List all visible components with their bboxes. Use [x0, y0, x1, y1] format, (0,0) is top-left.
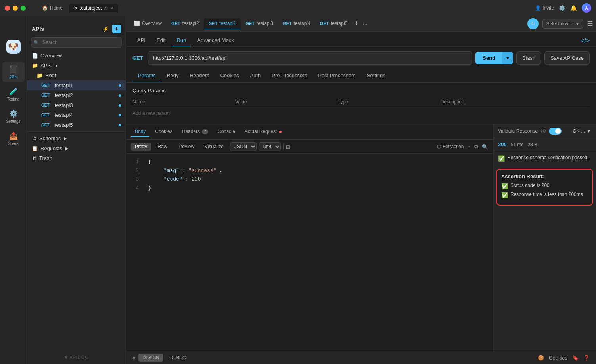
code-line-3: 3 "code" : 200	[132, 175, 487, 184]
search-response-icon[interactable]: 🔍	[482, 144, 488, 150]
req-tab-run[interactable]: Run	[172, 35, 191, 46]
table-icon[interactable]: ⊞	[286, 144, 290, 150]
resp-tab-cookies[interactable]: Cookies	[151, 127, 176, 137]
tab-testapi2[interactable]: GET testapi2	[167, 18, 204, 29]
testapi4-tab-label: testapi4	[294, 21, 310, 26]
help-icon[interactable]: ❓	[583, 355, 590, 361]
view-preview-button[interactable]: Preview	[173, 143, 198, 151]
cookies-icon[interactable]: 🍪	[538, 355, 544, 361]
minimize-window-button[interactable]	[13, 6, 18, 11]
chevron-left-icon[interactable]: «	[132, 355, 135, 361]
share-label: Share	[8, 141, 19, 146]
bookmark-icon[interactable]: 🔖	[572, 355, 579, 361]
filter-button[interactable]: ⚡	[102, 26, 109, 32]
ok-button[interactable]: OK ... ▼	[573, 128, 591, 134]
view-visualize-button[interactable]: Visualize	[201, 143, 228, 151]
assertion-title: Assertion Result:	[501, 173, 588, 179]
sidebar-item-apis[interactable]: ⬛ APIs	[2, 62, 25, 82]
param-tab-post-processors[interactable]: Post Processors	[312, 69, 361, 82]
design-button[interactable]: DESIGN	[138, 354, 163, 362]
overview-tab-label: Overview	[142, 21, 162, 26]
copy-icon[interactable]: ⧉	[474, 143, 478, 150]
testing-label: Testing	[7, 97, 20, 101]
param-tab-headers[interactable]: Headers	[184, 69, 215, 82]
format-select[interactable]: JSON	[230, 142, 257, 151]
tree-folder-trash[interactable]: 🗑 Trash	[27, 153, 126, 163]
extraction-button[interactable]: ⬡ Extraction	[437, 144, 464, 149]
param-tab-pre-processors[interactable]: Pre Processors	[266, 69, 312, 82]
tab-testapi1[interactable]: GET testapi1	[204, 18, 241, 29]
tree-folder-requests[interactable]: 📋 Requests ▶	[27, 143, 126, 153]
param-tab-cookies[interactable]: Cookies	[215, 69, 245, 82]
tree-folder-overview[interactable]: 📄 Overview	[27, 51, 126, 61]
tab-bar: ⬜ Overview GET testapi2 GET testapi1 GET…	[126, 16, 596, 32]
tab-testapi5[interactable]: GET testapi5	[315, 18, 353, 29]
tab-overview[interactable]: ⬜ Overview	[129, 18, 167, 29]
req-tab-advanced-mock[interactable]: Advanced Mock	[192, 35, 239, 46]
testapi4-dot	[119, 114, 121, 116]
tree-folder-root[interactable]: 📁 Root	[27, 71, 126, 80]
home-tab[interactable]: 🏠 Home	[36, 4, 68, 12]
env-selector[interactable]: Select envi... ▼	[542, 19, 583, 29]
view-raw-button[interactable]: Raw	[153, 143, 171, 151]
resp-tab-actual-request[interactable]: Actual Request	[241, 127, 286, 137]
export-icon[interactable]: ↑	[468, 144, 471, 150]
url-input[interactable]	[148, 51, 473, 65]
resp-tab-headers[interactable]: Headers 7	[178, 127, 212, 137]
close-window-button[interactable]	[5, 6, 10, 11]
resp-tab-actual-label: Actual Request	[245, 129, 277, 134]
tree-folder-apis[interactable]: 📁 APIs ▼	[27, 61, 126, 71]
project-tab-close[interactable]: ✕	[110, 6, 113, 10]
sidebar-item-share[interactable]: 📤 Share	[2, 128, 25, 149]
param-tab-settings-label: Settings	[367, 72, 385, 78]
param-tab-params[interactable]: Params	[132, 69, 161, 82]
req-tab-api-label: API	[137, 37, 146, 43]
req-tab-edit[interactable]: Edit	[152, 35, 170, 46]
sidebar-item-testing[interactable]: 🧪 Testing	[2, 84, 25, 105]
validate-toggle[interactable]	[549, 128, 562, 135]
req-tab-api[interactable]: API	[132, 35, 150, 46]
testapi3-method: GET	[41, 103, 52, 107]
sync-button[interactable]: ↻	[527, 18, 539, 29]
param-tab-auth[interactable]: Auth	[245, 69, 266, 82]
more-tabs-icon[interactable]: ···	[361, 21, 369, 27]
tree-item-testapi1[interactable]: GET testapi1	[27, 80, 126, 90]
user-avatar[interactable]: A	[582, 3, 591, 13]
app-icon[interactable]: 🐶	[6, 40, 21, 54]
add-api-button[interactable]: +	[112, 25, 121, 33]
encoding-select[interactable]: utf8	[259, 142, 281, 151]
notifications-icon[interactable]: 🔔	[570, 5, 577, 11]
cookies-label: Cookies	[549, 355, 567, 361]
tree-item-testapi5[interactable]: GET testapi5	[27, 120, 126, 130]
tree-folder-schemas[interactable]: 🗂 Schemas ▶	[27, 133, 126, 143]
testapi5-method: GET	[41, 123, 52, 127]
tab-testapi4[interactable]: GET testapi4	[278, 18, 315, 29]
stash-button[interactable]: Stash	[516, 51, 541, 65]
maximize-window-button[interactable]	[21, 6, 26, 11]
sidebar-item-settings[interactable]: ⚙️ Settings	[2, 106, 25, 127]
add-tab-button[interactable]: +	[352, 19, 361, 28]
send-button[interactable]: Send	[475, 52, 502, 64]
param-tab-settings[interactable]: Settings	[361, 69, 391, 82]
tree-item-testapi4[interactable]: GET testapi4	[27, 110, 126, 120]
code-toggle-icon[interactable]: </>	[581, 37, 590, 44]
validate-header: Validate Response ⓘ OK ... ▼	[493, 124, 596, 138]
params-tabs: Params Body Headers Cookies Auth Pre Pro…	[126, 69, 596, 83]
testapi5-tab-label: testapi5	[331, 21, 347, 26]
view-pretty-button[interactable]: Pretty	[131, 143, 151, 151]
debug-button[interactable]: DEBUG	[166, 354, 190, 362]
main-menu-icon[interactable]: ☰	[587, 20, 593, 27]
param-tab-body[interactable]: Body	[161, 69, 184, 82]
search-input[interactable]	[31, 37, 122, 48]
send-dropdown-button[interactable]: ▼	[502, 52, 513, 64]
tree-item-testapi2[interactable]: GET testapi2	[27, 90, 126, 100]
add-param-row[interactable]: Add a new param	[132, 107, 590, 119]
project-tab[interactable]: ✕ testproject ↗ ✕	[69, 4, 118, 12]
invite-button[interactable]: 👤 Invite	[535, 5, 554, 11]
tree-item-testapi3[interactable]: GET testapi3	[27, 100, 126, 110]
resp-tab-console[interactable]: Console	[214, 127, 239, 137]
save-apicase-button[interactable]: Save APICase	[544, 51, 590, 65]
resp-tab-body[interactable]: Body	[131, 127, 149, 137]
tab-testapi3[interactable]: GET testapi3	[241, 18, 278, 29]
settings-icon[interactable]: ⚙️	[559, 5, 565, 11]
